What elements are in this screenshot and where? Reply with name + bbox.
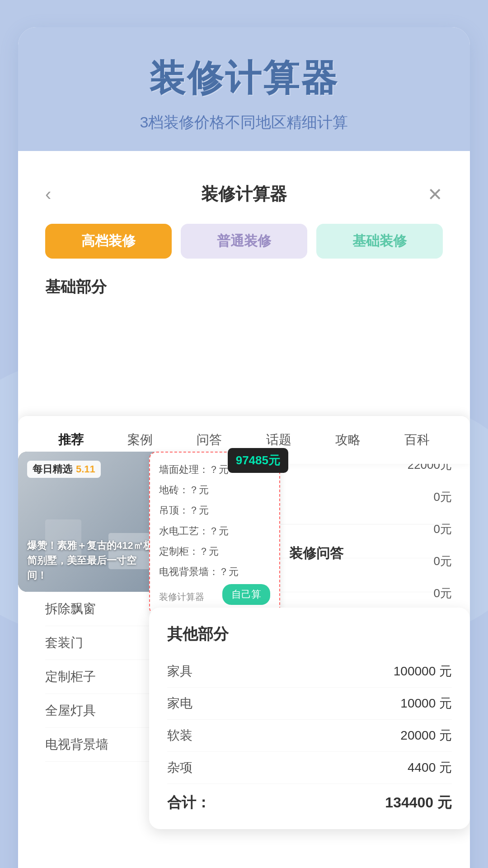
nav-tab-wiki[interactable]: 百科 — [383, 427, 452, 453]
other-total-label: 合计： — [167, 793, 211, 813]
other-item-label-3: 杂项 — [167, 759, 192, 776]
inner-card: ‹ 装修计算器 ✕ 高档装修 普通装修 基础装修 基础部分 总价 22000元 … — [18, 165, 470, 868]
article-badge-num: 5.11 — [76, 463, 95, 475]
article-description: 爆赞！素雅＋复古的412㎡极简别墅，美至最后一寸空间！ — [27, 538, 154, 583]
header-title: 装修计算器 — [201, 183, 287, 206]
top-section: 装修计算器 3档装修价格不同地区精细计算 — [18, 27, 470, 151]
article-badge-text: 每日精选 — [33, 462, 72, 476]
other-item-price-2: 20000 元 — [400, 727, 452, 744]
other-total-price: 134400 元 — [385, 793, 452, 813]
other-item-label-1: 家电 — [167, 695, 192, 712]
sub-title: 3档装修价格不同地区精细计算 — [36, 112, 452, 133]
main-title: 装修计算器 — [36, 54, 452, 103]
tab-basic[interactable]: 基础装修 — [316, 224, 443, 259]
calc-line-3: 水电工艺：？元 — [159, 523, 270, 539]
total-item-1: 0元 — [408, 489, 452, 505]
nav-tab-case[interactable]: 案例 — [105, 427, 174, 453]
total-item-3: 0元 — [408, 553, 452, 569]
article-image: 每日精选 5.11 爆赞！素雅＋复古的412㎡极简别墅，美至最后一寸空间！ — [18, 452, 163, 592]
basic-section-title: 基础部分 — [18, 272, 470, 307]
calc-self-button[interactable]: 自己算 — [222, 584, 270, 605]
app-header: ‹ 装修计算器 ✕ — [18, 165, 470, 215]
calc-result: 97485元 — [228, 448, 288, 473]
close-button[interactable]: ✕ — [427, 184, 443, 205]
other-item-label-2: 软装 — [167, 727, 192, 744]
person-item-label-4: 定制柜子 — [45, 668, 96, 685]
total-item-4: 0元 — [408, 585, 452, 601]
person-item-label-6: 电视背景墙 — [45, 736, 108, 753]
calc-title-label: 装修计算器 — [159, 591, 204, 603]
other-item-price-1: 10000 元 — [400, 695, 452, 712]
other-popup-row-3: 杂项 4400 元 — [167, 752, 452, 784]
other-popup-total: 合计： 134400 元 — [167, 784, 452, 813]
calc-line-2: 吊顶：？元 — [159, 502, 270, 518]
calc-line-4: 定制柜：？元 — [159, 543, 270, 559]
calc-popup: 97485元 墙面处理：？元 地砖：？元 吊顶：？元 水电工艺：？元 定制柜：？… — [149, 452, 280, 615]
other-item-price-3: 4400 元 — [408, 759, 452, 776]
person-item-label-2: 拆除飘窗 — [45, 600, 96, 618]
calc-line-1: 地砖：？元 — [159, 482, 270, 498]
outer-card: 装修计算器 3档装修价格不同地区精细计算 ‹ 装修计算器 ✕ 高档装修 普通装修… — [18, 27, 470, 868]
other-popup-row-0: 家具 100000 元 — [167, 656, 452, 688]
other-popup-row-2: 软装 20000 元 — [167, 720, 452, 752]
tab-row: 高档装修 普通装修 基础装修 — [18, 215, 470, 272]
other-popup-title: 其他部分 — [167, 624, 452, 645]
qa-label: 装修问答 — [289, 544, 343, 563]
total-item-2: 0元 — [408, 521, 452, 537]
nav-tab-recommend[interactable]: 推荐 — [36, 427, 105, 453]
back-button[interactable]: ‹ — [45, 184, 51, 204]
tab-normal[interactable]: 普通装修 — [181, 224, 307, 259]
other-item-price-0: 100000 元 — [394, 663, 452, 680]
article-badge: 每日精选 5.11 — [27, 461, 101, 478]
tab-high-end[interactable]: 高档装修 — [45, 224, 172, 259]
other-popup: 其他部分 家具 100000 元 家电 10000 元 软装 20000 元 杂… — [149, 608, 470, 829]
person-item-label-5: 全屋灯具 — [45, 702, 96, 719]
nav-tab-guide[interactable]: 攻略 — [313, 427, 382, 453]
other-popup-row-1: 家电 10000 元 — [167, 688, 452, 720]
person-item-label-3: 套装门 — [45, 634, 83, 651]
calc-line-5: 电视背景墙：？元 — [159, 564, 270, 580]
article-card[interactable]: 每日精选 5.11 爆赞！素雅＋复古的412㎡极简别墅，美至最后一寸空间！ — [18, 452, 163, 592]
other-item-label-0: 家具 — [167, 663, 192, 680]
